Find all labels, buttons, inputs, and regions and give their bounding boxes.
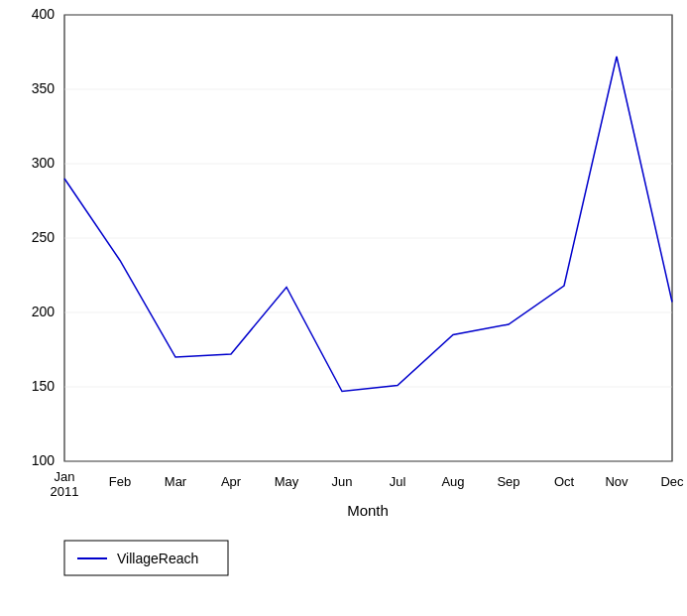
- x-axis-label: Month: [347, 502, 389, 519]
- y-tick-400: 400: [32, 6, 56, 22]
- x-tick-dec: Dec: [660, 474, 684, 489]
- x-tick-aug: Aug: [441, 474, 464, 489]
- x-tick-feb: Feb: [109, 474, 131, 489]
- y-tick-150: 150: [32, 378, 56, 394]
- x-tick-nov: Nov: [605, 474, 629, 489]
- x-tick-jan: Jan: [55, 469, 75, 484]
- y-tick-200: 200: [32, 304, 56, 319]
- x-tick-sep: Sep: [497, 474, 519, 489]
- y-tick-100: 100: [32, 452, 56, 468]
- y-tick-300: 300: [32, 155, 56, 171]
- x-tick-jul: Jul: [390, 474, 406, 489]
- x-tick-oct: Oct: [554, 474, 575, 489]
- x-tick-may: May: [275, 474, 299, 489]
- x-tick-2011: 2011: [51, 484, 79, 499]
- x-tick-apr: Apr: [221, 474, 242, 489]
- y-tick-250: 250: [32, 229, 56, 245]
- x-tick-mar: Mar: [165, 474, 187, 489]
- y-tick-350: 350: [32, 80, 56, 96]
- chart-container: 400 350 300 250 200 150 100: [0, 0, 687, 616]
- legend-label: VillageReach: [117, 551, 198, 566]
- plot-area: 400 350 300 250 200 150 100: [32, 6, 684, 519]
- x-tick-jun: Jun: [332, 474, 353, 489]
